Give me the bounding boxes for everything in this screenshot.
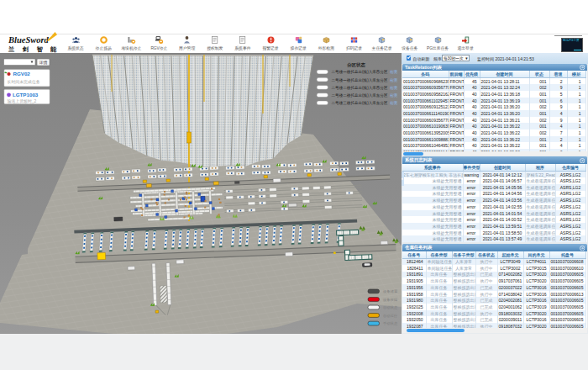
svg-text:分区状态: 分区状态 [346,62,365,68]
svg-text:RGV02: RGV02 [13,71,31,77]
svg-text:检测: 检测 [390,100,398,105]
svg-text:输送上货超时_2: 输送上货超时_2 [8,98,37,104]
svg-text:手动状态: 手动状态 [383,321,398,325]
svg-text:二号楼一楼托盘出(线)入库西分区: 二号楼一楼托盘出(线)入库西分区 [332,69,389,74]
svg-text:二号楼二楼托盘出(线)入库东分区: 二号楼二楼托盘出(线)入库东分区 [332,92,389,98]
svg-text:二号楼一楼托盘出(线)入库东分区: 二号楼一楼托盘出(线)入库东分区 [332,77,389,82]
svg-text:自动状态: 自动状态 [383,305,398,309]
svg-text:LGTP1003: LGTP1003 [13,92,39,98]
svg-text:长时间未完成任务: 长时间未完成任务 [8,79,40,85]
svg-text:检测: 检测 [390,77,398,82]
svg-text:检测: 检测 [390,85,398,90]
svg-text:检测: 检测 [390,92,398,98]
svg-text:设备堵塞: 设备堵塞 [383,289,398,293]
svg-text:二号楼二楼托盘出(线)入库西分区: 二号楼二楼托盘出(线)入库西分区 [332,85,389,90]
svg-text:详情: 详情 [39,60,48,66]
svg-text:检测: 检测 [390,69,398,74]
svg-text:设备故障: 设备故障 [383,298,398,302]
svg-text:二号楼三楼托盘出(线)入库东分区: 二号楼三楼托盘出(线)入库东分区 [332,100,389,105]
